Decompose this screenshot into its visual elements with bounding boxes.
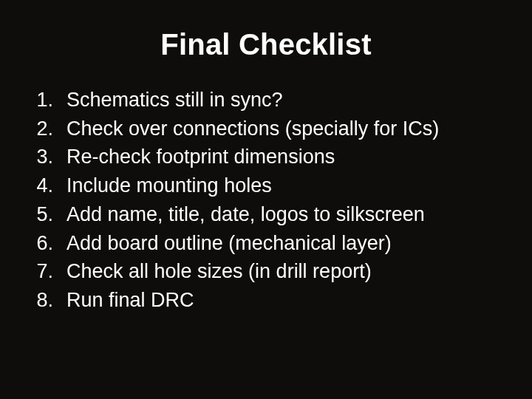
item-text: Add board outline (mechanical layer) <box>66 230 439 259</box>
item-text: Check over connections (specially for IC… <box>66 115 439 144</box>
item-text: Re-check footprint dimensions <box>66 143 439 172</box>
item-text: Run final DRC <box>66 287 439 316</box>
list-item: 7. Check all hole sizes (in drill report… <box>35 258 439 287</box>
list-item: 8. Run final DRC <box>35 287 439 316</box>
item-number: 6. <box>35 230 66 259</box>
checklist: 1. Schematics still in sync? 2. Check ov… <box>35 86 439 316</box>
item-number: 3. <box>35 143 66 172</box>
item-number: 5. <box>35 201 66 230</box>
item-text: Include mounting holes <box>66 172 439 201</box>
list-item: 5. Add name, title, date, logos to silks… <box>35 201 439 230</box>
slide-title: Final Checklist <box>35 28 497 61</box>
list-item: 3. Re-check footprint dimensions <box>35 143 439 172</box>
list-item: 2. Check over connections (specially for… <box>35 115 439 144</box>
item-number: 7. <box>35 258 66 287</box>
item-number: 2. <box>35 115 66 144</box>
item-text: Check all hole sizes (in drill report) <box>66 258 439 287</box>
list-item: 6. Add board outline (mechanical layer) <box>35 230 439 259</box>
list-item: 1. Schematics still in sync? <box>35 86 439 115</box>
item-text: Schematics still in sync? <box>66 86 439 115</box>
item-number: 1. <box>35 86 66 115</box>
item-number: 4. <box>35 172 66 201</box>
list-item: 4. Include mounting holes <box>35 172 439 201</box>
item-text: Add name, title, date, logos to silkscre… <box>66 201 439 230</box>
item-number: 8. <box>35 287 66 316</box>
